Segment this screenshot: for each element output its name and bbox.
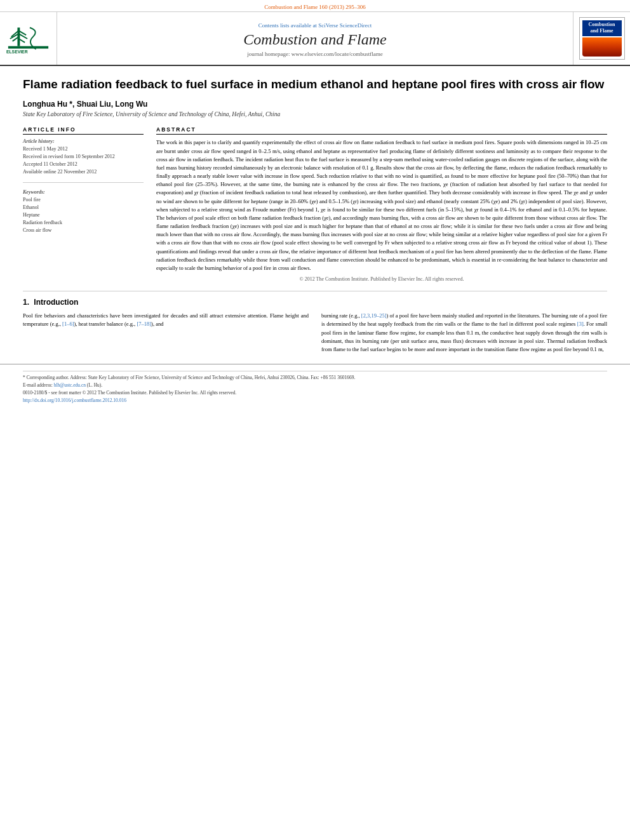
intro-body: Pool fire behaviors and characteristics … <box>23 312 607 354</box>
abstract-text: The work in this paper is to clarify and… <box>156 138 607 272</box>
elsevier-logo: ELSEVIER <box>5 21 51 56</box>
keyword5: Cross air flow <box>23 227 144 234</box>
elsevier-logo-container: ELSEVIER <box>0 12 57 65</box>
article-info-heading: Article Info <box>23 126 144 135</box>
authors-line: Longhua Hu *, Shuai Liu, Long Wu <box>23 100 607 109</box>
affiliation: State Key Laboratory of Fire Science, Un… <box>23 111 607 117</box>
ref-3[interactable]: [3] <box>577 321 584 327</box>
svg-rect-0 <box>8 46 48 49</box>
intro-title-text: Introduction <box>34 298 78 307</box>
email-line: E-mail address: hlh@ustc.edu.cn (L. Hu). <box>23 382 102 388</box>
journal-logo-box: Combustion and Flame <box>579 17 625 60</box>
ref-7-18[interactable]: [7–18] <box>137 321 151 327</box>
section-divider <box>23 291 607 291</box>
sciverse-line: Contents lists available at SciVerse Sci… <box>258 22 372 29</box>
article-info-abstract: Article Info Article history: Received 1… <box>23 126 607 282</box>
sciverse-text: Contents lists available at <box>258 22 318 29</box>
abstract-column: Abstract The work in this paper is to cl… <box>156 126 607 282</box>
abstract-heading: Abstract <box>156 126 607 135</box>
introduction-section: 1. Introduction Pool fire behaviors and … <box>23 298 607 354</box>
keyword4: Radiation feedback <box>23 219 144 227</box>
section-number: 1. <box>23 298 29 307</box>
revised-date: Received in revised form 10 September 20… <box>23 153 144 161</box>
keyword2: Ethanol <box>23 204 144 211</box>
info-divider <box>23 182 144 183</box>
journal-homepage: journal homepage: www.elsevier.com/locat… <box>247 51 382 57</box>
footnote-text: * Corresponding author. Address: State K… <box>23 375 355 380</box>
keyword1: Pool fire <box>23 196 144 204</box>
copyright-line: © 2012 The Combustion Institute. Publish… <box>156 276 607 282</box>
received-date: Received 1 May 2012 <box>23 145 144 153</box>
journal-logo-right: Combustion and Flame <box>573 12 630 65</box>
sciverse-link[interactable]: SciVerse ScienceDirect <box>318 22 372 29</box>
intro-col1: Pool fire behaviors and characteristics … <box>23 312 309 354</box>
logo-title: Combustion and Flame <box>582 20 622 36</box>
svg-text:ELSEVIER: ELSEVIER <box>6 50 28 54</box>
journal-title: Combustion and Flame <box>243 31 386 48</box>
footer-note1: 0010-2180/$ - see front matter © 2012 Th… <box>23 390 236 396</box>
available-date: Available online 22 November 2012 <box>23 168 144 176</box>
footnote-corresponding: * Corresponding author. Address: State K… <box>23 371 607 389</box>
ref-2-3-19-25[interactable]: [2,3,19–25] <box>361 312 387 319</box>
logo-flame-image <box>582 37 622 57</box>
article-info-column: Article Info Article history: Received 1… <box>23 126 144 282</box>
intro-heading: 1. Introduction <box>23 298 607 307</box>
main-content: Flame radiation feedback to fuel surface… <box>0 66 630 354</box>
footer-doi[interactable]: http://dx.doi.org/10.1016/j.combustflame… <box>23 397 126 403</box>
history-label: Article history: <box>23 138 144 144</box>
header-center: Contents lists available at SciVerse Sci… <box>57 12 573 65</box>
email-link[interactable]: hlh@ustc.edu.cn <box>54 382 86 388</box>
intro-text-col2: burning rate (e.g., [2,3,19–25]) of a po… <box>321 312 607 354</box>
keywords-label: Keywords: <box>23 189 144 195</box>
authors-text: Longhua Hu *, Shuai Liu, Long Wu <box>23 100 147 109</box>
article-title: Flame radiation feedback to fuel surface… <box>23 76 607 93</box>
journal-citation: Combustion and Flame 160 (2013) 295–306 <box>264 4 366 10</box>
page-footer: * Corresponding author. Address: State K… <box>0 364 630 410</box>
intro-text-col1: Pool fire behaviors and characteristics … <box>23 312 309 328</box>
accepted-date: Accepted 11 October 2012 <box>23 161 144 168</box>
ref-1-6[interactable]: [1–6] <box>62 321 74 327</box>
footer-copyright: 0010-2180/$ - see front matter © 2012 Th… <box>23 389 607 404</box>
journal-top-bar: Combustion and Flame 160 (2013) 295–306 <box>0 0 630 12</box>
intro-col2: burning rate (e.g., [2,3,19–25]) of a po… <box>321 312 607 354</box>
keyword3: Heptane <box>23 211 144 219</box>
journal-header: ELSEVIER Contents lists available at Sci… <box>0 12 630 66</box>
